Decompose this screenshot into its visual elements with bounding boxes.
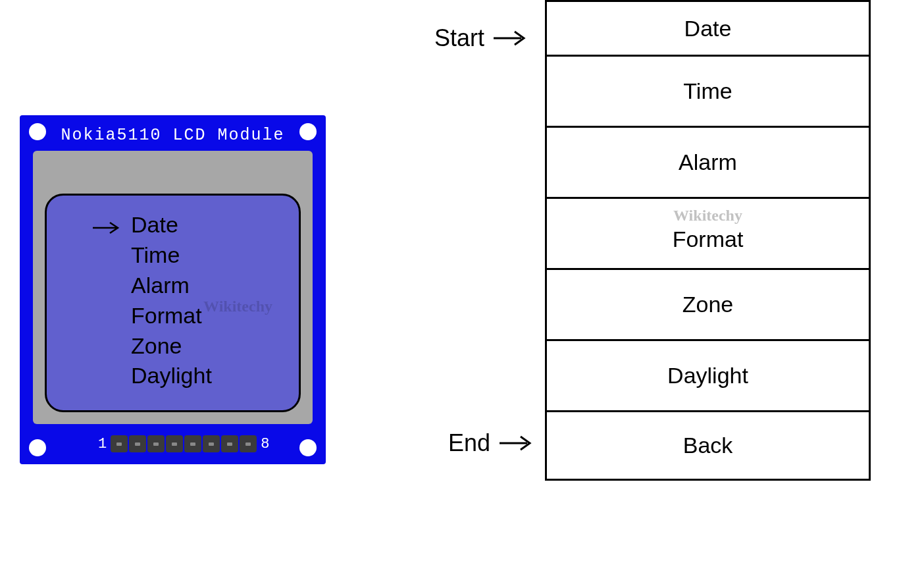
screen-item: Date <box>131 210 212 240</box>
screen-item: Format <box>131 301 212 331</box>
pin <box>240 435 257 452</box>
table-cell-label: Format <box>673 227 744 252</box>
table-row: Date <box>547 0 869 57</box>
table-cell-label: Date <box>684 16 732 41</box>
pin <box>111 435 128 452</box>
pin <box>221 435 238 452</box>
table-row: Alarm <box>547 128 869 199</box>
lcd-module: Nokia5110 LCD Module Date Time Alarm For… <box>20 115 326 464</box>
table-row: Daylight <box>547 341 869 412</box>
mount-hole <box>299 439 317 456</box>
screen-item: Time <box>131 240 212 271</box>
pin-start-label: 1 <box>98 436 107 452</box>
table-cell-label: Alarm <box>679 149 737 175</box>
pin-end-label: 8 <box>261 436 269 452</box>
watermark: Wikitechy <box>203 298 272 315</box>
arrow-right-icon <box>91 214 120 240</box>
arrow-right-icon <box>492 29 526 47</box>
arrow-right-icon <box>498 434 532 452</box>
screen-item: Alarm <box>131 271 212 301</box>
pin-header: 1 8 <box>95 435 272 452</box>
screen-menu: Date Time Alarm Format Zone Daylight <box>131 210 212 391</box>
table-row: Wikitechy Format <box>547 199 869 270</box>
start-label: Start <box>434 24 484 52</box>
pin <box>203 435 220 452</box>
lcd-title: Nokia5110 LCD Module <box>20 126 326 145</box>
pin <box>166 435 183 452</box>
menu-table: Date Time Alarm Wikitechy Format Zone Da… <box>545 0 871 481</box>
table-cell-label: Daylight <box>667 363 748 389</box>
end-label: End <box>448 429 490 457</box>
start-pointer: Start <box>434 24 526 52</box>
pin <box>147 435 165 452</box>
end-pointer: End <box>448 429 532 457</box>
mount-hole <box>29 439 46 456</box>
table-row: Back <box>547 412 869 481</box>
table-cell-label: Zone <box>682 292 734 317</box>
screen-item: Daylight <box>131 361 212 391</box>
table-row: Time <box>547 57 869 128</box>
pin <box>129 435 146 452</box>
lcd-bezel: Date Time Alarm Format Zone Daylight Wik… <box>33 151 313 424</box>
watermark: Wikitechy <box>547 207 869 225</box>
lcd-screen: Date Time Alarm Format Zone Daylight Wik… <box>45 194 301 412</box>
table-cell-label: Back <box>683 433 733 458</box>
table-cell-label: Time <box>683 78 732 104</box>
pin <box>184 435 201 452</box>
table-row: Zone <box>547 270 869 341</box>
screen-item: Zone <box>131 331 212 362</box>
